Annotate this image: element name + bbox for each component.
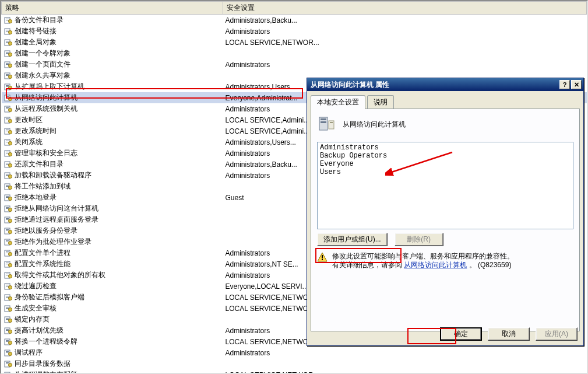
svg-point-111 <box>8 319 12 323</box>
policy-icon <box>4 337 12 345</box>
svg-rect-17 <box>6 63 9 64</box>
svg-rect-106 <box>6 308 9 309</box>
policy-row[interactable]: 同步目录服务数据 <box>2 358 587 369</box>
svg-rect-1 <box>6 19 9 19</box>
policy-icon <box>4 149 12 157</box>
policy-icon <box>4 249 12 257</box>
apply-button[interactable]: 应用(A) <box>536 327 578 341</box>
policy-label: 备份文件和目录 <box>15 16 64 24</box>
svg-rect-18 <box>6 64 9 65</box>
col-setting[interactable]: 安全设置 <box>223 2 587 15</box>
help-button[interactable]: ? <box>559 80 570 89</box>
tab-explain[interactable]: 说明 <box>367 95 394 109</box>
svg-rect-65 <box>6 196 9 197</box>
members-listbox[interactable]: Administrators Backup Operators Everyone… <box>317 142 573 229</box>
policy-icon <box>4 60 12 68</box>
add-user-group-button[interactable]: 添加用户或组(U)... <box>317 233 388 246</box>
policy-label: 创建永久共享对象 <box>15 71 71 79</box>
policy-icon <box>4 182 12 190</box>
svg-rect-125 <box>6 362 9 363</box>
policy-icon <box>4 104 12 113</box>
svg-rect-53 <box>6 163 9 163</box>
dialog-tabs: 本地安全设置 说明 <box>311 95 580 109</box>
svg-rect-21 <box>6 74 9 75</box>
svg-rect-62 <box>6 186 9 187</box>
policy-label: 将工作站添加到域 <box>15 182 71 190</box>
policy-icon <box>4 127 12 135</box>
svg-rect-74 <box>6 219 9 220</box>
svg-rect-114 <box>6 330 9 331</box>
policy-label: 拒绝通过远程桌面服务登录 <box>15 215 98 223</box>
svg-point-99 <box>8 286 12 289</box>
svg-rect-61 <box>6 185 9 186</box>
svg-rect-148 <box>330 122 333 123</box>
svg-rect-29 <box>6 96 9 97</box>
policy-icon <box>4 315 12 323</box>
tab-local-security[interactable]: 本地安全设置 <box>311 95 365 109</box>
policy-row[interactable]: 调试程序Administrators <box>2 347 587 358</box>
svg-rect-33 <box>6 107 9 108</box>
dialog-titlebar[interactable]: 从网络访问此计算机 属性 ? ✕ <box>307 78 583 91</box>
policy-icon <box>4 27 12 35</box>
svg-point-23 <box>8 75 12 79</box>
policy-label: 身份验证后模拟客户端 <box>15 293 84 301</box>
policy-label: 取得文件或其他对象的所有权 <box>15 271 105 279</box>
svg-rect-98 <box>6 286 9 286</box>
policy-label: 为进程调整内存配额 <box>15 370 78 374</box>
close-button[interactable]: ✕ <box>571 80 582 89</box>
policy-label: 创建符号链接 <box>15 27 57 35</box>
svg-rect-94 <box>6 275 9 275</box>
policy-row[interactable]: 创建一个页面文件Administrators <box>2 59 587 70</box>
policy-icon <box>4 359 12 368</box>
svg-point-91 <box>8 264 12 267</box>
policy-row[interactable]: 备份文件和目录Administrators,Backu... <box>2 15 587 26</box>
svg-rect-57 <box>6 174 9 174</box>
policy-row[interactable]: 创建全局对象LOCAL SERVICE,NETWOR... <box>2 37 587 48</box>
cancel-button[interactable]: 取消 <box>488 327 530 341</box>
policy-label: 更改时区 <box>15 116 43 124</box>
properties-dialog: 从网络访问此计算机 属性 ? ✕ 本地安全设置 说明 从网络访问此计算机 Adm… <box>307 78 584 346</box>
svg-point-127 <box>8 363 12 367</box>
svg-rect-30 <box>6 97 9 98</box>
svg-rect-10 <box>6 42 9 43</box>
svg-rect-82 <box>6 242 9 242</box>
svg-point-31 <box>8 97 12 101</box>
policy-row[interactable]: 创建一个令牌对象 <box>2 48 587 59</box>
svg-rect-66 <box>6 197 9 198</box>
svg-rect-58 <box>6 175 9 176</box>
svg-rect-49 <box>6 152 9 152</box>
policy-icon <box>4 370 12 374</box>
svg-rect-13 <box>6 52 9 53</box>
svg-rect-122 <box>6 352 9 353</box>
policy-label: 拒绝以服务身份登录 <box>15 226 78 235</box>
svg-rect-69 <box>6 207 9 208</box>
svg-rect-38 <box>6 120 9 120</box>
kb-link[interactable]: 从网络访问此计算机 <box>404 261 467 269</box>
policy-label: 绕过遍历检查 <box>15 282 57 290</box>
svg-point-71 <box>8 208 12 212</box>
svg-rect-81 <box>6 240 9 241</box>
col-policy[interactable]: 策略 <box>2 2 223 15</box>
svg-point-63 <box>8 186 12 190</box>
dialog-title: 从网络访问此计算机 属性 <box>311 80 558 90</box>
svg-point-51 <box>8 153 12 156</box>
remove-button[interactable]: 删除(R) <box>395 233 443 246</box>
svg-rect-34 <box>6 109 9 109</box>
policy-label: 创建一个页面文件 <box>15 60 71 68</box>
svg-rect-93 <box>6 274 9 274</box>
svg-point-55 <box>8 164 12 167</box>
policy-icon <box>4 293 12 301</box>
policy-row[interactable]: 创建符号链接Administrators <box>2 26 587 37</box>
policy-icon <box>4 304 12 312</box>
svg-point-115 <box>8 330 12 334</box>
svg-point-27 <box>8 86 12 90</box>
policy-row[interactable]: 为进程调整内存配额LOCAL SERVICE,NETWOR... <box>2 369 587 374</box>
svg-rect-41 <box>6 130 9 130</box>
svg-rect-42 <box>6 131 9 131</box>
ok-button[interactable]: 确定 <box>440 327 482 341</box>
svg-rect-105 <box>6 307 9 307</box>
policy-label: 拒绝作为批处理作业登录 <box>15 237 91 246</box>
policy-label: 生成安全审核 <box>15 304 57 312</box>
svg-rect-118 <box>6 341 9 342</box>
svg-point-95 <box>8 275 12 278</box>
